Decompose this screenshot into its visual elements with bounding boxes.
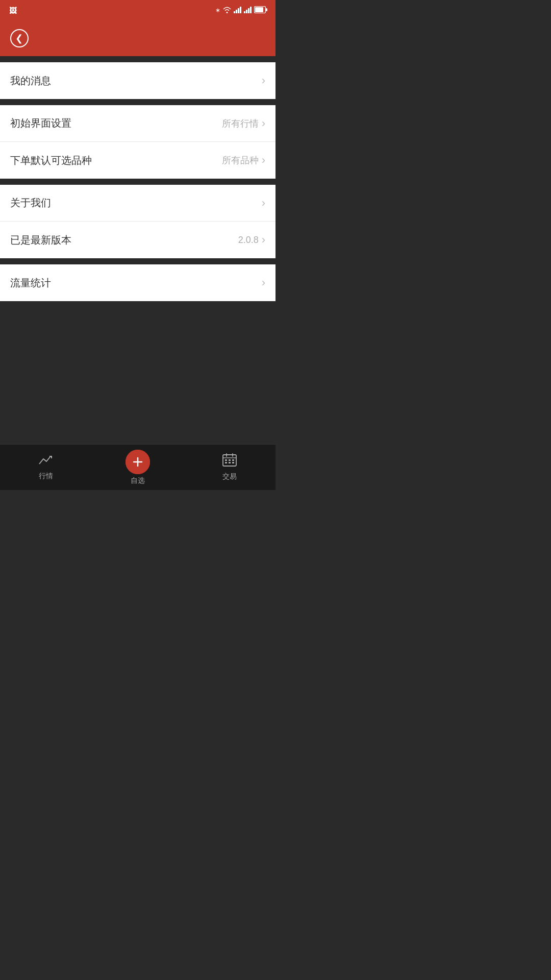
svg-rect-3 [240, 7, 241, 13]
svg-rect-4 [244, 11, 245, 13]
wifi-icon [222, 6, 232, 15]
svg-rect-22 [232, 462, 234, 463]
menu-item-about-us[interactable]: 关于我们› [0, 185, 276, 222]
status-right: ∗ [213, 6, 269, 15]
svg-rect-2 [238, 8, 239, 13]
chevron-icon-my-messages: › [262, 74, 265, 87]
chevron-icon-order-default: › [262, 154, 265, 167]
chevron-icon-traffic-stats: › [262, 276, 265, 289]
calendar-icon [222, 453, 237, 470]
nav-item-trading[interactable]: 交易 [184, 453, 276, 481]
battery-icon [254, 6, 267, 15]
menu-item-right-about-us: › [262, 197, 265, 210]
menu-item-label-latest-version: 已是最新版本 [10, 233, 71, 247]
menu-item-right-latest-version: 2.0.8› [238, 233, 265, 247]
svg-rect-9 [255, 7, 263, 12]
card-group-group1: 我的消息› [0, 62, 276, 99]
settings-content: 我的消息›初始界面设置所有行情›下单默认可选品种所有品种›关于我们›已是最新版本… [0, 56, 276, 307]
header: ❮ [0, 20, 276, 56]
signal-icon [234, 6, 242, 15]
back-arrow-icon: ❮ [15, 34, 23, 43]
svg-rect-19 [232, 459, 234, 461]
chevron-icon-latest-version: › [262, 233, 265, 247]
svg-rect-20 [225, 462, 227, 463]
menu-item-label-about-us: 关于我们 [10, 196, 51, 210]
plus-circle-icon [126, 450, 150, 474]
menu-item-value-initial-interface: 所有行情 [222, 117, 259, 130]
chevron-icon-initial-interface: › [262, 117, 265, 130]
nav-label-watchlist: 自选 [131, 476, 145, 485]
svg-rect-10 [266, 8, 267, 11]
nav-label-market: 行情 [39, 472, 53, 481]
svg-rect-7 [250, 7, 252, 13]
menu-item-right-my-messages: › [262, 74, 265, 87]
svg-rect-1 [236, 10, 237, 13]
status-bar: 🖼 ∗ [0, 0, 276, 20]
menu-item-right-order-default: 所有品种› [222, 154, 265, 167]
bluetooth-icon: ∗ [215, 7, 220, 14]
signal2-icon [244, 6, 252, 15]
nav-item-market[interactable]: 行情 [0, 454, 92, 481]
menu-item-my-messages[interactable]: 我的消息› [0, 62, 276, 99]
card-group-group4: 流量统计› [0, 264, 276, 301]
menu-item-label-my-messages: 我的消息 [10, 74, 51, 88]
menu-item-label-traffic-stats: 流量统计 [10, 276, 51, 290]
svg-rect-17 [225, 459, 227, 461]
bottom-nav: 行情 自选 [0, 444, 276, 490]
nav-label-trading: 交易 [222, 472, 237, 481]
menu-item-label-order-default: 下单默认可选品种 [10, 154, 92, 167]
svg-rect-21 [229, 462, 231, 463]
menu-item-traffic-stats[interactable]: 流量统计› [0, 264, 276, 301]
menu-item-right-traffic-stats: › [262, 276, 265, 289]
menu-item-right-initial-interface: 所有行情› [222, 117, 265, 130]
chevron-icon-about-us: › [262, 197, 265, 210]
status-left: 🖼 [6, 6, 17, 15]
back-button[interactable]: ❮ [10, 29, 29, 47]
card-group-group2: 初始界面设置所有行情›下单默认可选品种所有品种› [0, 105, 276, 179]
svg-rect-18 [229, 459, 231, 461]
card-group-group3: 关于我们›已是最新版本2.0.8› [0, 185, 276, 258]
photo-icon: 🖼 [9, 6, 17, 15]
menu-item-value-order-default: 所有品种 [222, 154, 259, 166]
nav-item-watchlist[interactable]: 自选 [92, 450, 184, 485]
svg-rect-5 [246, 10, 247, 13]
menu-item-label-initial-interface: 初始界面设置 [10, 116, 71, 130]
menu-item-value-latest-version: 2.0.8 [238, 235, 259, 246]
menu-item-initial-interface[interactable]: 初始界面设置所有行情› [0, 105, 276, 142]
chart-icon [38, 454, 54, 470]
svg-rect-0 [234, 11, 235, 13]
menu-item-latest-version[interactable]: 已是最新版本2.0.8› [0, 222, 276, 258]
menu-item-order-default[interactable]: 下单默认可选品种所有品种› [0, 142, 276, 179]
svg-rect-6 [248, 8, 249, 13]
